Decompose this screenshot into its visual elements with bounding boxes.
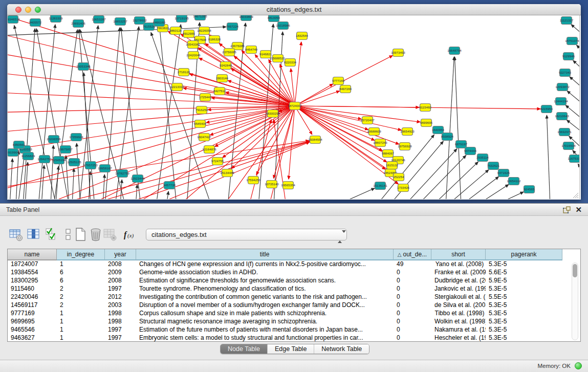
graph-node[interactable]: 8427512 (213, 87, 226, 95)
graph-node[interactable]: 11283309 (49, 15, 63, 23)
graph-node[interactable]: 18300295 (266, 110, 280, 118)
graph-node[interactable]: 10543382 (186, 41, 200, 49)
graph-node[interactable]: 924565 (524, 186, 535, 193)
graph-node[interactable]: 8454749 (245, 46, 258, 54)
graph-node[interactable]: 18226058 (197, 27, 211, 35)
graph-node[interactable]: 8186328 (208, 36, 221, 43)
graph-node[interactable]: 1733426 (397, 184, 410, 192)
graph-node[interactable]: 1832544 (296, 32, 309, 40)
graph-node[interactable]: 19958167 (98, 165, 112, 172)
graph-node[interactable]: 7857224 (226, 23, 239, 31)
float-panel-icon[interactable] (563, 206, 571, 214)
graph-node[interactable]: 16210643 (555, 113, 569, 120)
graph-node[interactable]: 16648794 (447, 47, 462, 55)
graph-node[interactable]: 15688520 (271, 55, 285, 62)
graph-node[interactable]: 14671355 (193, 15, 207, 20)
graph-node[interactable]: 9129946 (562, 53, 575, 60)
select-all-icon[interactable] (44, 227, 59, 242)
graph-node[interactable]: 1725441 (199, 94, 212, 101)
graph-node[interactable]: 9242848 (220, 62, 232, 70)
graph-node[interactable]: 8220334 (284, 59, 297, 67)
graph-node[interactable]: 17957253 (83, 162, 98, 169)
tab-network-table[interactable]: Network Table (314, 344, 369, 354)
graph-node[interactable]: 17594253 (246, 177, 260, 184)
graph-node[interactable]: 2718120 (178, 69, 190, 76)
graph-node[interactable]: 252254 (394, 173, 404, 181)
graph-node[interactable]: 16047427 (197, 134, 211, 141)
graph-node[interactable]: 10653287 (92, 16, 106, 24)
function-builder-icon[interactable]: f (x) (122, 227, 137, 242)
graph-node[interactable]: 9777169 (332, 77, 345, 85)
graph-node[interactable]: 12923448 (130, 175, 145, 183)
graph-node[interactable]: 8215953 (540, 105, 553, 113)
table-row[interactable]: 946554611997Estimation of the future num… (8, 326, 580, 334)
graph-node[interactable]: 20206556 (47, 136, 61, 143)
delete-icon[interactable] (88, 227, 103, 242)
graph-node[interactable]: 12213313 (170, 83, 184, 91)
new-file-icon[interactable] (73, 227, 88, 242)
graph-node[interactable]: 11675334 (568, 155, 580, 163)
graph-node[interactable]: 9724755 (211, 158, 224, 165)
graph-node[interactable]: 23756085 (222, 49, 236, 56)
table-settings-icon[interactable] (8, 227, 24, 242)
column-header-title[interactable]: title (136, 249, 394, 260)
column-header-year[interactable]: year (105, 249, 136, 260)
graph-node[interactable]: 9227343 (559, 69, 572, 77)
column-header-name[interactable]: name (8, 249, 57, 260)
network-canvas[interactable]: 1872400798601288912955182260589827508105… (7, 15, 580, 199)
resize-grip-icon[interactable] (572, 191, 579, 199)
graph-node[interactable]: 16782759 (115, 170, 129, 178)
graph-node[interactable]: 9699695 (420, 119, 433, 127)
table-row[interactable]: 969969511998Structural magnetic resonanc… (8, 318, 580, 326)
table-row[interactable]: 2242004622012Investigating the contribut… (8, 293, 580, 301)
graph-node[interactable]: 15136141 (373, 182, 387, 190)
graph-node[interactable]: 18724007 (288, 102, 302, 110)
tab-node-table[interactable]: Node Table (221, 344, 268, 354)
table-row[interactable]: 1830029562008Estimation of significance … (8, 277, 580, 285)
graph-node[interactable]: 2935114 (476, 154, 489, 162)
table-row[interactable]: 1872400712008Changes of HCN gene express… (8, 260, 580, 269)
graph-node[interactable]: 8912955 (183, 30, 195, 38)
graph-node[interactable]: 15720407 (360, 117, 375, 124)
graph-node[interactable]: 9474444 (464, 147, 477, 155)
graph-node[interactable]: 6879197 (455, 141, 468, 148)
graph-node[interactable]: 12942757 (37, 156, 52, 163)
tab-edge-table[interactable]: Edge Table (268, 344, 314, 354)
table-row[interactable]: 1938455462009Genome-wide association stu… (8, 269, 580, 277)
graph-node[interactable]: 2803144 (216, 75, 229, 82)
graph-node[interactable]: 1615132 (386, 162, 399, 169)
graph-node[interactable]: 20053346 (76, 63, 91, 71)
column-header-out_de[interactable]: △out_de... (394, 249, 431, 260)
graph-node[interactable]: 15751074 (565, 37, 579, 45)
table-row[interactable]: 977716911998Corpus callosum shape and si… (8, 310, 580, 318)
graph-node[interactable]: 18853257 (113, 18, 127, 26)
graph-node[interactable]: 17359924 (69, 134, 83, 141)
graph-node[interactable]: 17016504 (561, 142, 576, 150)
graph-node[interactable]: 10688609 (367, 128, 381, 136)
graph-node[interactable]: 9115460 (419, 104, 431, 112)
graph-node[interactable]: 7916254 (195, 106, 208, 114)
column-header-in_degree[interactable]: in_degree (57, 249, 105, 260)
graph-node[interactable]: 8813054 (268, 15, 280, 22)
graph-node[interactable]: 19975857 (58, 146, 73, 154)
graph-node[interactable]: 12093872 (555, 83, 570, 91)
table-row[interactable]: 911546021997Tourette syndrome. Phenomeno… (8, 285, 580, 293)
column-header-short[interactable]: short (431, 249, 486, 260)
graph-node[interactable]: 9545404 (194, 120, 207, 128)
graph-node[interactable]: 8938924 (441, 133, 454, 141)
graph-node[interactable]: 8350561 (13, 141, 26, 149)
graph-node[interactable]: 9860128 (169, 27, 182, 35)
graph-node[interactable]: 9146821 (259, 51, 272, 58)
graph-node[interactable]: 16033809 (239, 15, 253, 21)
insert-column-icon[interactable] (26, 227, 41, 242)
graph-node[interactable]: 6466160 (153, 19, 166, 27)
graph-node[interactable]: 6471626 (497, 169, 510, 177)
table-row[interactable]: 946362711997Embryonic stem cells: a mode… (8, 334, 580, 342)
table-row[interactable]: 1456911722003Disruption of a novel membe… (8, 301, 580, 310)
graph-node[interactable]: 7632621 (487, 162, 500, 170)
graph-node[interactable]: 12505135 (67, 159, 81, 166)
graph-node[interactable]: 19756928 (398, 143, 412, 150)
graph-node[interactable]: 9405572 (29, 19, 42, 27)
graph-node[interactable]: 12164876 (202, 146, 216, 154)
graph-node[interactable]: 10719195 (175, 15, 189, 23)
